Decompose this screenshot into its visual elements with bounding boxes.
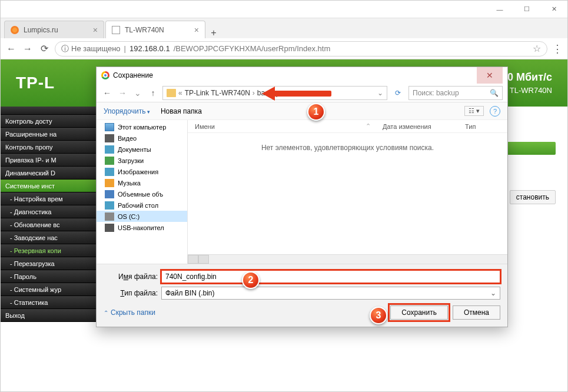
tree-item[interactable]: Видео	[97, 132, 187, 144]
sidebar-item[interactable]: - Заводские нас	[1, 231, 101, 244]
sidebar-item[interactable]: - Системный жур	[1, 283, 101, 296]
url-host: 192.168.0.1	[129, 44, 170, 53]
sidebar-item-exit[interactable]: Выход	[1, 309, 101, 322]
tree-item[interactable]: Объемные объ	[97, 188, 187, 200]
folder-icon	[105, 168, 114, 176]
tab-strip: Lumpics.ru × TL-WR740N × +	[1, 18, 567, 38]
hide-folders-link[interactable]: Скрыть папки	[104, 308, 155, 317]
sidebar-item[interactable]: - Обновление вс	[1, 218, 101, 231]
annotation-marker-1: 1	[307, 103, 325, 121]
tab-tlwr740n[interactable]: TL-WR740N ×	[105, 21, 205, 38]
tab-label: TL-WR740N	[125, 26, 164, 34]
view-mode-button[interactable]: ☷ ▾	[464, 106, 484, 116]
folder-icon	[167, 89, 176, 97]
sidebar-item[interactable]: Контроль пропу	[1, 141, 101, 154]
folder-icon	[105, 123, 114, 131]
refresh-icon[interactable]: ⟳	[391, 89, 405, 97]
info-icon: ⓘ	[61, 44, 69, 54]
tree-item[interactable]: Этот компьютер	[97, 121, 187, 132]
maximize-button[interactable]: ☐	[513, 1, 540, 18]
sidebar-item[interactable]: - Диагностика	[1, 205, 101, 218]
chrome-icon	[101, 71, 109, 79]
nav-forward-icon: →	[117, 88, 128, 98]
reload-button[interactable]: ⟳	[38, 43, 50, 55]
chevron-right-icon: ›	[253, 89, 255, 97]
sidebar-item[interactable]: Контроль досту	[1, 115, 101, 128]
save-button[interactable]: Сохранить	[390, 305, 448, 320]
tree-item[interactable]: Изображения	[97, 166, 187, 177]
new-folder-button[interactable]: Новая папка	[161, 107, 202, 115]
dialog-title: Сохранение	[113, 71, 153, 79]
restore-button[interactable]: становить	[510, 190, 556, 204]
search-icon: 🔍	[490, 89, 499, 97]
sidebar-item-backup[interactable]: - Резервная копи	[1, 244, 101, 257]
address-bar: ← → ⟳ ⓘ Не защищено | 192.168.0.1/BEWOPJ…	[1, 38, 567, 59]
folder-icon	[105, 157, 114, 165]
tree-item[interactable]: Музыка	[97, 177, 187, 188]
favicon-icon	[11, 26, 19, 34]
empty-message: Нет элементов, удовлетворяющих условиям …	[188, 133, 507, 254]
save-dialog: Сохранение ✕ ← → ⌄ ↑ « TP-Link TL-WR740N…	[96, 67, 508, 327]
folder-tree[interactable]: Этот компьютерВидеоДокументыЗагрузкиИзоб…	[97, 120, 188, 264]
tree-item[interactable]: Рабочий стол	[97, 200, 187, 211]
folder-icon	[105, 179, 114, 187]
close-tab-icon[interactable]: ×	[194, 25, 199, 35]
sidebar: Контроль досту Расширенные на Контроль п…	[1, 107, 101, 322]
folder-icon	[105, 224, 114, 232]
sidebar-item[interactable]: Привязка IP- и M	[1, 154, 101, 167]
filename-input[interactable]	[161, 270, 500, 283]
folder-icon	[105, 145, 114, 154]
folder-icon	[105, 134, 114, 142]
filetype-select[interactable]: Файл BIN (.bin)	[161, 287, 500, 300]
tree-item[interactable]: Документы	[97, 144, 187, 155]
nav-up-icon[interactable]: ↑	[147, 88, 159, 98]
tree-item[interactable]: USB-накопител	[97, 222, 187, 233]
nav-back-icon[interactable]: ←	[101, 88, 113, 98]
back-button[interactable]: ←	[5, 43, 17, 55]
cancel-button[interactable]: Отмена	[453, 305, 500, 320]
crumb-item[interactable]: TP-Link TL-WR740N	[185, 89, 250, 97]
forward-button[interactable]: →	[22, 43, 34, 55]
tree-item[interactable]: Загрузки	[97, 155, 187, 166]
bookmark-star-icon[interactable]: ☆	[533, 43, 541, 54]
crumb-dropdown-icon[interactable]: ⌄	[377, 89, 383, 97]
url-field[interactable]: ⓘ Не защищено | 192.168.0.1/BEWOPJPCGFYK…	[55, 41, 547, 57]
dialog-close-button[interactable]: ✕	[477, 67, 503, 84]
sidebar-item[interactable]: Динамический D	[1, 167, 101, 180]
security-indicator[interactable]: ⓘ Не защищено	[61, 44, 121, 54]
sidebar-item[interactable]: Расширенные на	[1, 128, 101, 141]
annotation-marker-3: 3	[370, 307, 387, 324]
sidebar-item-system[interactable]: Системные инст	[1, 180, 101, 192]
tab-lumpics[interactable]: Lumpics.ru ×	[4, 21, 104, 38]
close-tab-icon[interactable]: ×	[93, 25, 98, 35]
sidebar-item[interactable]: - Пароль	[1, 270, 101, 283]
sidebar-item[interactable]	[1, 107, 101, 115]
annotation-marker-2: 2	[242, 271, 260, 289]
organize-menu[interactable]: Упорядочить	[104, 107, 150, 115]
file-list-pane: Имени ⌃ Дата изменения Тип Нет элементов…	[188, 120, 507, 264]
help-icon[interactable]: ?	[490, 106, 500, 117]
sidebar-item[interactable]: - Перезагрузка	[1, 257, 101, 270]
filename-label: Имя файла:	[104, 273, 158, 281]
tree-item[interactable]: OS (C:)	[97, 211, 187, 222]
filetype-label: Тип файла:	[104, 289, 158, 297]
close-window-button[interactable]: ✕	[540, 1, 567, 18]
browser-menu-button[interactable]: ⋮	[552, 42, 563, 55]
sidebar-item[interactable]: - Настройка врем	[1, 192, 101, 205]
window-titlebar: — ☐ ✕	[1, 1, 567, 18]
horizontal-scrollbar[interactable]	[188, 254, 507, 264]
new-tab-button[interactable]: +	[207, 28, 221, 38]
url-path: /BEWOPJPCGFYKHXMA/userRpm/Index.htm	[174, 44, 331, 53]
nav-recent-icon[interactable]: ⌄	[132, 88, 144, 98]
sidebar-item[interactable]: - Статистика	[1, 296, 101, 309]
column-headers[interactable]: Имени ⌃ Дата изменения Тип	[188, 120, 507, 133]
folder-icon	[105, 212, 114, 221]
dialog-titlebar: Сохранение ✕	[97, 67, 507, 84]
tab-label: Lumpics.ru	[24, 26, 58, 34]
dialog-bottom: Имя файла: Тип файла: Файл BIN (.bin) Ск…	[97, 264, 507, 327]
dialog-toolbar: Упорядочить Новая папка ☷ ▾ ?	[97, 102, 507, 120]
tp-logo: TP-L	[16, 74, 55, 92]
search-input[interactable]: Поиск: backup 🔍	[408, 86, 503, 100]
folder-icon	[105, 201, 114, 210]
minimize-button[interactable]: —	[486, 1, 513, 18]
